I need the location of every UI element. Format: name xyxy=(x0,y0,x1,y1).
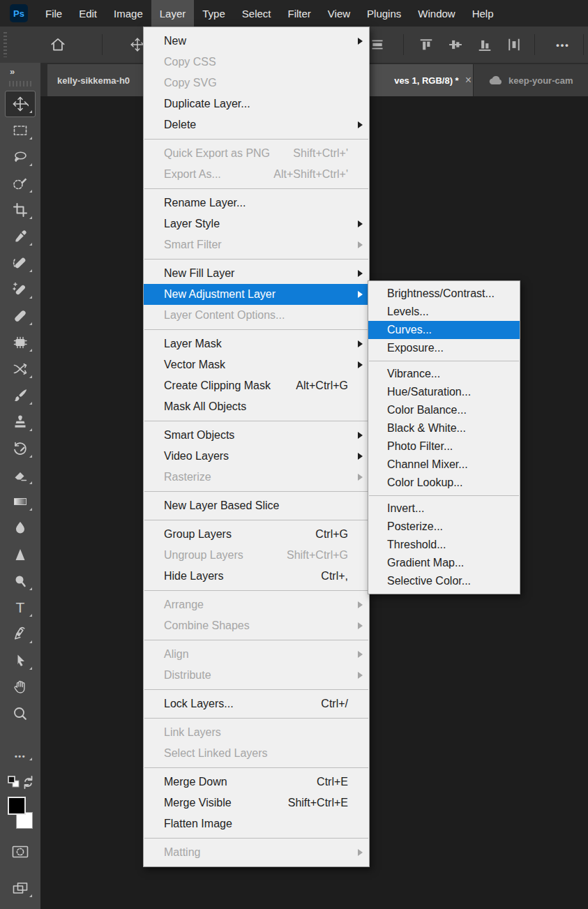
menubar-item-plugins[interactable]: Plugins xyxy=(359,0,409,27)
blur-tool[interactable] xyxy=(5,515,36,541)
menu-item-mask-all-objects[interactable]: Mask All Objects xyxy=(144,396,369,417)
menu-item-new[interactable]: New xyxy=(144,31,369,52)
submenu-item-black-and-white[interactable]: Black & White... xyxy=(368,419,520,437)
distribute-horizontal-button[interactable] xyxy=(504,27,525,63)
menubar-item-filter[interactable]: Filter xyxy=(280,0,319,27)
submenu-item-threshold[interactable]: Threshold... xyxy=(368,536,520,554)
crop-tool[interactable] xyxy=(5,197,36,223)
menu-item-group-layers[interactable]: Group LayersCtrl+G xyxy=(144,524,369,545)
submenu-item-color-balance[interactable]: Color Balance... xyxy=(368,401,520,419)
menu-item-select-linked-layers[interactable]: Select Linked Layers xyxy=(144,743,369,764)
align-center-button[interactable] xyxy=(368,27,387,63)
menu-item-copy-svg[interactable]: Copy SVG xyxy=(144,73,369,93)
menu-item-vector-mask[interactable]: Vector Mask xyxy=(144,354,369,375)
menu-item-merge-down[interactable]: Merge DownCtrl+E xyxy=(144,772,369,792)
submenu-item-photo-filter[interactable]: Photo Filter... xyxy=(368,437,520,456)
tab-close-icon[interactable]: × xyxy=(465,75,472,86)
menu-item-merge-visible[interactable]: Merge VisibleShift+Ctrl+E xyxy=(144,792,369,813)
menu-item-delete[interactable]: Delete xyxy=(144,114,369,135)
menubar-item-image[interactable]: Image xyxy=(105,0,151,27)
align-vertical-centers-button[interactable] xyxy=(445,27,466,63)
menubar-item-layer[interactable]: Layer xyxy=(151,0,195,27)
menu-item-flatten-image[interactable]: Flatten Image xyxy=(144,813,369,834)
eyedropper-tool[interactable] xyxy=(5,223,36,250)
history-brush-tool[interactable] xyxy=(5,435,36,462)
menu-item-quick-export-png[interactable]: Quick Export as PNGShift+Ctrl+' xyxy=(144,143,369,164)
brush-tool[interactable] xyxy=(5,382,36,409)
edit-toolbar-button[interactable]: ••• xyxy=(5,748,36,765)
submenu-item-curves[interactable]: Curves... xyxy=(368,321,520,339)
lasso-tool[interactable] xyxy=(5,144,36,170)
menubar-item-file[interactable]: File xyxy=(37,0,70,27)
menu-item-hide-layers[interactable]: Hide LayersCtrl+, xyxy=(144,566,369,587)
menu-item-video-layers[interactable]: Video Layers xyxy=(144,446,369,467)
menu-item-link-layers[interactable]: Link Layers xyxy=(144,722,369,743)
menu-item-new-layer-based-slice[interactable]: New Layer Based Slice xyxy=(144,495,369,516)
menu-item-lock-layers[interactable]: Lock Layers...Ctrl+/ xyxy=(144,693,369,714)
menu-item-duplicate-layer[interactable]: Duplicate Layer... xyxy=(144,93,369,114)
default-colors-swap[interactable] xyxy=(5,772,36,792)
menu-item-align[interactable]: Align xyxy=(144,644,369,665)
menu-item-layer-mask[interactable]: Layer Mask xyxy=(144,333,369,354)
menu-item-new-fill-layer[interactable]: New Fill Layer xyxy=(144,263,369,284)
submenu-item-gradient-map[interactable]: Gradient Map... xyxy=(368,554,520,572)
eraser-tool[interactable] xyxy=(5,462,36,488)
healing-brush-tool[interactable] xyxy=(5,303,36,329)
submenu-item-exposure[interactable]: Exposure... xyxy=(368,339,520,357)
foreground-background-colors[interactable] xyxy=(8,797,33,829)
menu-item-combine-shapes[interactable]: Combine Shapes xyxy=(144,615,369,636)
remove-tool[interactable] xyxy=(5,276,36,303)
options-bar-grip[interactable] xyxy=(3,32,7,57)
rectangular-marquee-tool[interactable] xyxy=(5,117,36,144)
object-selection-tool[interactable] xyxy=(5,170,36,197)
spot-healing-brush-tool[interactable] xyxy=(5,250,36,276)
panel-grip[interactable] xyxy=(9,81,31,87)
menu-item-layer-content-options[interactable]: Layer Content Options... xyxy=(144,305,369,326)
patch-tool[interactable] xyxy=(5,329,36,356)
dodge-tool[interactable] xyxy=(5,568,36,594)
menu-item-matting[interactable]: Matting xyxy=(144,842,369,863)
menubar-item-window[interactable]: Window xyxy=(409,0,463,27)
align-bottom-edges-button[interactable] xyxy=(474,27,495,63)
screen-mode-button[interactable] xyxy=(5,875,36,901)
align-top-edges-button[interactable] xyxy=(416,27,437,63)
submenu-item-brightness-contrast[interactable]: Brightness/Contrast... xyxy=(368,285,520,303)
document-tab-active[interactable]: ves 1, RGB/8) * × xyxy=(370,64,480,96)
menu-item-distribute[interactable]: Distribute xyxy=(144,665,369,686)
expand-panel-icon[interactable]: » xyxy=(0,63,15,78)
type-tool[interactable]: T xyxy=(5,594,36,621)
hand-tool[interactable] xyxy=(5,674,36,700)
menu-item-rename-layer[interactable]: Rename Layer... xyxy=(144,193,369,213)
sharpen-tool[interactable] xyxy=(5,541,36,568)
submenu-item-channel-mixer[interactable]: Channel Mixer... xyxy=(368,456,520,474)
document-tab-cloud[interactable]: keep-your-cam xyxy=(473,64,588,96)
home-button[interactable] xyxy=(46,27,70,63)
menu-item-export-as[interactable]: Export As...Alt+Shift+Ctrl+' xyxy=(144,164,369,185)
menu-item-smart-objects[interactable]: Smart Objects xyxy=(144,425,369,446)
submenu-item-levels[interactable]: Levels... xyxy=(368,303,520,321)
submenu-item-invert[interactable]: Invert... xyxy=(368,499,520,518)
menu-item-rasterize[interactable]: Rasterize xyxy=(144,467,369,488)
menu-item-arrange[interactable]: Arrange xyxy=(144,594,369,615)
menubar-item-select[interactable]: Select xyxy=(234,0,280,27)
clone-stamp-tool[interactable] xyxy=(5,409,36,435)
path-selection-tool[interactable] xyxy=(5,647,36,674)
menubar-item-view[interactable]: View xyxy=(319,0,359,27)
menubar-item-edit[interactable]: Edit xyxy=(70,0,105,27)
menu-item-new-adjustment-layer[interactable]: New Adjustment Layer xyxy=(144,284,369,305)
pen-tool[interactable] xyxy=(5,621,36,647)
submenu-item-vibrance[interactable]: Vibrance... xyxy=(368,365,520,383)
menu-item-copy-css[interactable]: Copy CSS xyxy=(144,52,369,73)
menubar-item-type[interactable]: Type xyxy=(194,0,234,27)
submenu-item-color-lookup[interactable]: Color Lookup... xyxy=(368,474,520,492)
submenu-item-hue-saturation[interactable]: Hue/Saturation... xyxy=(368,383,520,401)
submenu-item-posterize[interactable]: Posterize... xyxy=(368,518,520,536)
zoom-tool[interactable] xyxy=(5,700,36,727)
menubar-item-help[interactable]: Help xyxy=(464,0,502,27)
menu-item-create-clipping-mask[interactable]: Create Clipping MaskAlt+Ctrl+G xyxy=(144,375,369,396)
content-aware-move-tool[interactable] xyxy=(5,356,36,382)
menu-item-layer-style[interactable]: Layer Style xyxy=(144,213,369,234)
gradient-tool[interactable] xyxy=(5,488,36,515)
more-options-button[interactable]: ••• xyxy=(548,27,578,63)
quick-mask-mode-button[interactable] xyxy=(5,839,36,865)
